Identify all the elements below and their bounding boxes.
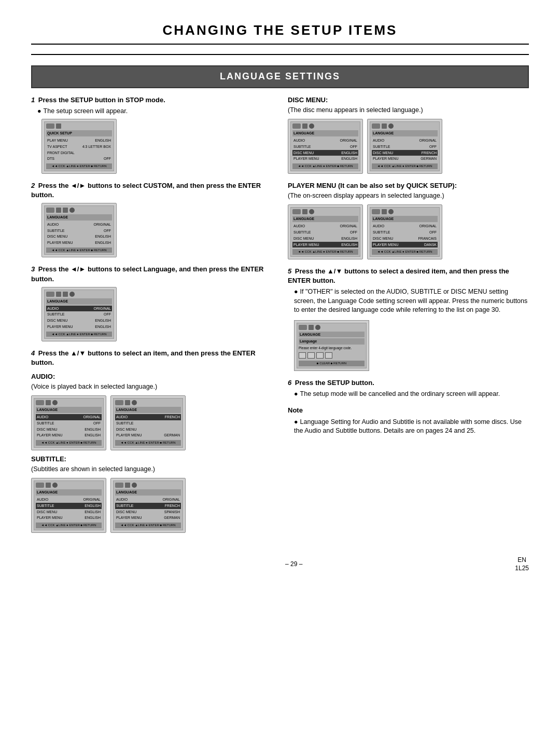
lang-icon-1 [46, 208, 54, 213]
pl-bottom: ◄◄ CCK ▲LINE ● ENTER ■ RETURN [292, 249, 358, 254]
cs-icon-2 [309, 325, 314, 330]
sl-row-2: SUBTITLEENGLISH [36, 503, 102, 509]
step-5-label: 5 Press the ▲/▼ buttons to select a desi… [288, 267, 529, 285]
player-menu-sub: (The on-screen display appears in select… [288, 191, 529, 201]
dr-icon-2 [382, 123, 387, 129]
pr-title: LANGUAGE [372, 216, 438, 222]
code-box-1 [299, 352, 306, 359]
left-column: 1 Press the SETUP button in STOP mode. T… [31, 95, 272, 540]
ar-title: LANGUAGE [115, 407, 181, 413]
cs-boxes [299, 352, 365, 359]
step-3-label: 3 Press the ◄/► buttons to select Langua… [31, 265, 272, 283]
quick-setup-screen: QUICK SETUP PLAY MENUENGLISH TV ASPECT4:… [41, 119, 117, 173]
pr-row-4: PLAYER MENUDANSK [372, 242, 438, 248]
disc-menu-sub: (The disc menu appears in selected langu… [288, 106, 529, 115]
player-screen-right: LANGUAGE AUDIOORIGINAL SUBTITLEOFF DISC … [367, 204, 442, 259]
code-box-3 [316, 352, 324, 359]
lang-icon-3 [63, 208, 68, 213]
ar-row-4: PLAYER MENUGERMAN [115, 432, 181, 438]
dr-row-2: SUBTITLEOFF [372, 144, 438, 150]
pr-icon-1 [372, 209, 380, 214]
pl-row-4: PLAYER MENUENGLISH [292, 242, 358, 248]
dl-row-3: DISC MENUENGLISH [292, 150, 358, 156]
al-row-4: PLAYER MENUENGLISH [36, 432, 102, 438]
ar-icon-3 [132, 400, 137, 405]
pr-row-2: SUBTITLEOFF [372, 229, 438, 236]
language-code-screen: LANGUAGE Language Please enter 4-digit l… [294, 320, 369, 371]
al-row-1: AUDIOORIGINAL [36, 414, 102, 420]
step-1-num: 1 [31, 96, 35, 104]
step-4-text: Press the ▲/▼ buttons to select an item,… [31, 349, 256, 366]
ar-bottom: ◄◄ CCK ▲LINE ● ENTER ■ RETURN [115, 440, 181, 445]
pr-row-3: DISC MENUFRANCAIS [372, 236, 438, 242]
language-screen-1: LANGUAGE AUDIOORIGINAL SUBTITLEOFF DISC … [41, 203, 117, 257]
ar-row-3: DISC MENU [115, 427, 181, 433]
right-column: DISC MENU: (The disc menu appears in sel… [288, 95, 529, 540]
lsel-bottom: ◄◄ CCK ▲LINE ● ENTER ■ RETURN [46, 332, 112, 337]
lsel-icon-4 [69, 292, 75, 297]
pl-icon-2 [302, 209, 307, 214]
dr-row-4: PLAYER MENUGERMAN [372, 156, 438, 162]
lsel-row-2: SUBTITLEOFF [46, 311, 112, 318]
player-menu-screens: LANGUAGE AUDIOORIGINAL SUBTITLEOFF DISC … [288, 204, 529, 259]
dr-title: LANGUAGE [372, 130, 438, 136]
lang1-row-2: SUBTITLEOFF [46, 228, 112, 234]
subtitle-heading: SUBTITLE: [31, 455, 272, 464]
dr-bottom: ◄◄ CCK ▲LINE ● ENTER ■ RETURN [372, 163, 438, 169]
pr-icon-3 [388, 209, 394, 214]
note-section: Note Language Setting for Audio and Subt… [288, 406, 529, 435]
pr-row-1: AUDIOORIGINAL [372, 223, 438, 229]
step-1: 1 Press the SETUP button in STOP mode. T… [31, 95, 272, 174]
al-title: LANGUAGE [36, 407, 102, 413]
audio-screens: LANGUAGE AUDIOORIGINAL SUBTITLEOFF DISC … [31, 395, 272, 450]
al-bottom: ◄◄ CCK ▲LINE ● ENTER ■ RETURN [36, 440, 102, 445]
step-3-text: Press the ◄/► buttons to select Language… [31, 265, 263, 282]
language-select-screen: LANGUAGE AUDIOORIGINAL SUBTITLEOFF DISC … [41, 287, 117, 341]
dl-icon-3 [309, 123, 314, 129]
al-row-3: DISC MENUENGLISH [36, 427, 102, 433]
page-title: CHANGING THE SETUP ITEMS [31, 21, 529, 45]
footer-code: EN 1L25 [515, 556, 529, 573]
pr-bottom: ◄◄ CCK ▲LINE ● ENTER ■ RETURN [372, 249, 438, 254]
dl-icon-2 [302, 123, 307, 129]
step-3-num: 3 [31, 265, 35, 273]
dl-icon-1 [292, 123, 301, 129]
pl-icon-3 [309, 209, 314, 214]
subtitle-screens: LANGUAGE AUDIOORIGINAL SUBTITLEENGLISH D… [31, 478, 272, 532]
code-box-2 [307, 352, 315, 359]
lsel-row-1: AUDIOORIGINAL [46, 306, 112, 312]
ar-icon-2 [125, 400, 130, 405]
dr-row-1: AUDIOORIGINAL [372, 138, 438, 144]
screen-icon-2 [56, 123, 61, 129]
step-4-label: 4 Press the ▲/▼ buttons to select an ite… [31, 349, 272, 367]
lsel-title: LANGUAGE [46, 298, 112, 305]
al-icon-1 [36, 400, 44, 405]
step-1-label: 1 Press the SETUP button in STOP mode. [31, 95, 272, 105]
lang1-title: LANGUAGE [46, 214, 112, 221]
lang1-row-4: PLAYER MENUENGLISH [46, 240, 112, 246]
al-icon-3 [52, 400, 58, 405]
step-6: 6 Press the SETUP button. The setup mode… [288, 378, 529, 399]
sl-icon-1 [36, 483, 44, 488]
lang-icon-4 [69, 208, 75, 213]
cs-prompt: Please enter 4-digit language code. [299, 346, 365, 350]
lsel-icon-2 [56, 292, 61, 297]
step-6-text: Press the SETUP button. [295, 379, 374, 387]
pl-icon-1 [292, 209, 301, 214]
cs-title: LANGUAGE [299, 332, 365, 338]
ar-row-1: AUDIOFRENCH [115, 414, 181, 420]
step-4: 4 Press the ▲/▼ buttons to select an ite… [31, 349, 272, 533]
dr-icon-3 [388, 123, 394, 129]
audio-heading: AUDIO: [31, 372, 272, 381]
audio-screen-right: LANGUAGE AUDIOFRENCH SUBTITLE DISC MENU … [110, 395, 186, 450]
audio-sub: (Voice is played back in selected langua… [31, 382, 272, 392]
step-5-text: Press the ▲/▼ buttons to select a desire… [288, 267, 509, 284]
dl-row-2: SUBTITLEOFF [292, 144, 358, 150]
lsel-row-3: DISC MENUENGLISH [46, 318, 112, 324]
subtitle-sub: (Subtitles are shown in selected languag… [31, 465, 272, 474]
pl-row-2: SUBTITLEOFF [292, 229, 358, 236]
quick-setup-title: QUICK SETUP [46, 130, 112, 136]
qs-row-1: PLAY MENUENGLISH [46, 138, 112, 144]
step-1-bullet: The setup screen will appear. [37, 107, 272, 116]
note-title: Note [288, 406, 529, 415]
